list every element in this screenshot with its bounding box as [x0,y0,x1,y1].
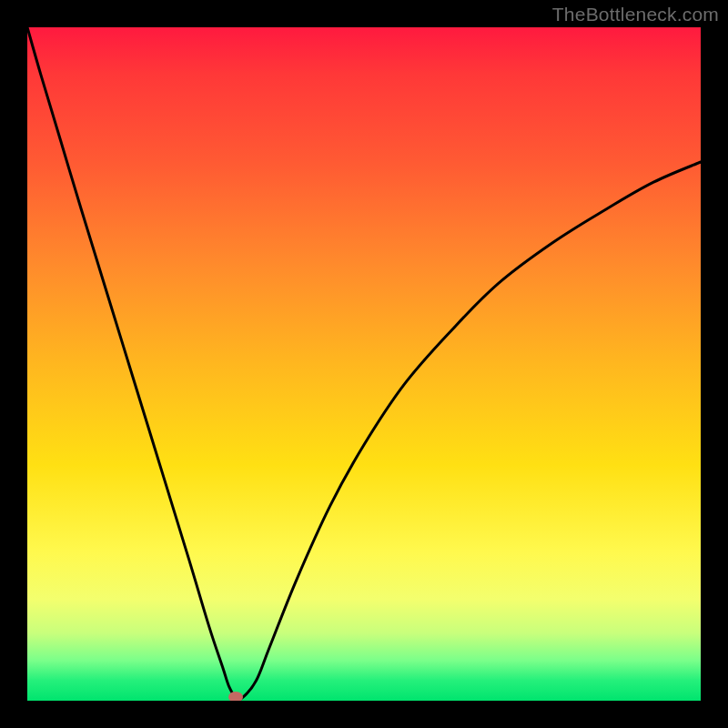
chart-frame: TheBottleneck.com [0,0,728,728]
bottleneck-curve [27,27,701,701]
watermark-text: TheBottleneck.com [552,4,719,25]
optimal-point-marker [228,692,243,701]
plot-area [27,27,701,701]
